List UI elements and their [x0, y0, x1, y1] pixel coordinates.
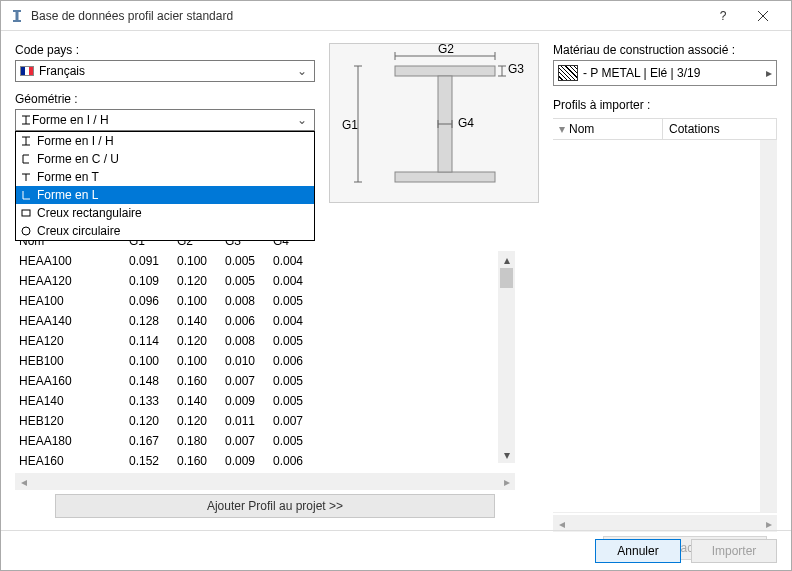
cell-g1: 0.091: [129, 254, 177, 268]
profiles-table: Nom G1 G2 G3 G4 ▴ ▾ HEAA1000.0910.1000.0…: [15, 231, 515, 471]
col-cot-label: Cotations: [669, 122, 720, 136]
cell-nom: HEA100: [19, 294, 129, 308]
cell-g4: 0.005: [273, 294, 321, 308]
i-shape-icon: [20, 114, 32, 126]
geometry-option-label: Forme en L: [37, 188, 98, 202]
cancel-label: Annuler: [617, 544, 658, 558]
cell-nom: HEB120: [19, 414, 129, 428]
cell-g2: 0.160: [177, 374, 225, 388]
add-profile-button[interactable]: Ajouter Profil au projet >>: [55, 494, 495, 518]
import-list: [553, 140, 777, 513]
geometry-option[interactable]: Forme en T: [16, 168, 314, 186]
table-row[interactable]: HEB1200.1200.1200.0110.007: [15, 411, 515, 431]
import-label: Profils à importer :: [553, 98, 777, 112]
rect-shape-icon: [20, 207, 32, 219]
close-button[interactable]: [743, 2, 783, 30]
geometry-option[interactable]: Forme en C / U: [16, 150, 314, 168]
cancel-button[interactable]: Annuler: [595, 539, 681, 563]
profiles-table-area: Nom G1 G2 G3 G4 ▴ ▾ HEAA1000.0910.1000.0…: [15, 231, 535, 518]
table-row[interactable]: HEAA1000.0910.1000.0050.004: [15, 251, 515, 271]
country-combo[interactable]: Français ⌄: [15, 60, 315, 82]
cell-nom: HEA120: [19, 334, 129, 348]
geometry-option-label: Forme en I / H: [37, 134, 114, 148]
chevron-down-icon: ⌄: [294, 64, 310, 78]
table-row[interactable]: HEAA1200.1090.1200.0050.004: [15, 271, 515, 291]
svg-rect-20: [395, 66, 495, 76]
dialog-content: Code pays : Français ⌄ Géométrie : Forme…: [1, 31, 791, 570]
cell-g1: 0.128: [129, 314, 177, 328]
cell-g2: 0.140: [177, 314, 225, 328]
cell-g1: 0.167: [129, 434, 177, 448]
scroll-right-icon: ▸: [498, 473, 515, 490]
cell-g3: 0.005: [225, 254, 273, 268]
scroll-up-icon: ▴: [498, 251, 515, 268]
c-shape-icon: [20, 153, 32, 165]
flag-icon: [20, 66, 34, 76]
svg-rect-18: [22, 210, 30, 216]
help-button[interactable]: ?: [703, 2, 743, 30]
dim-g3: G3: [508, 62, 524, 76]
cell-g2: 0.120: [177, 274, 225, 288]
geometry-option-label: Forme en C / U: [37, 152, 119, 166]
cell-g3: 0.008: [225, 294, 273, 308]
circle-shape-icon: [20, 225, 32, 237]
material-label: Matériau de construction associé :: [553, 43, 777, 57]
cell-g2: 0.100: [177, 294, 225, 308]
cell-g4: 0.006: [273, 454, 321, 468]
app-icon: [9, 8, 25, 24]
cell-nom: HEAA180: [19, 434, 129, 448]
table-row[interactable]: HEA1200.1140.1200.0080.005: [15, 331, 515, 351]
import-button[interactable]: Importer: [691, 539, 777, 563]
cell-g1: 0.109: [129, 274, 177, 288]
dialog-buttons: Annuler Importer: [1, 530, 791, 570]
cell-nom: HEAA140: [19, 314, 129, 328]
col-nom-header[interactable]: ▾Nom: [553, 119, 663, 139]
geometry-option[interactable]: Creux circulaire: [16, 222, 314, 240]
cell-g2: 0.160: [177, 454, 225, 468]
scrollbar-vertical[interactable]: ▴ ▾: [498, 251, 515, 463]
cell-g2: 0.180: [177, 434, 225, 448]
geometry-option[interactable]: Creux rectangulaire: [16, 204, 314, 222]
triangle-right-icon: ▸: [766, 66, 772, 80]
cell-nom: HEAA160: [19, 374, 129, 388]
table-row[interactable]: HEB1000.1000.1000.0100.006: [15, 351, 515, 371]
geometry-value: Forme en I / H: [32, 113, 109, 127]
geometry-combo[interactable]: Forme en I / H ⌄ Forme en I / H Forme en…: [15, 109, 315, 131]
table-scrollbar-h[interactable]: ◂ ▸: [15, 473, 515, 490]
cell-g2: 0.120: [177, 414, 225, 428]
cell-g3: 0.011: [225, 414, 273, 428]
table-row[interactable]: HEAA1600.1480.1600.0070.005: [15, 371, 515, 391]
add-profile-label: Ajouter Profil au projet >>: [207, 499, 343, 513]
geometry-option[interactable]: Forme en I / H: [16, 132, 314, 150]
geometry-option[interactable]: Forme en L: [16, 186, 314, 204]
scrollbar-thumb[interactable]: [500, 268, 513, 288]
geometry-dropdown: Forme en I / H Forme en C / U Forme en T: [15, 131, 315, 241]
cell-g2: 0.100: [177, 354, 225, 368]
geometry-option-label: Forme en T: [37, 170, 99, 184]
cell-g4: 0.006: [273, 354, 321, 368]
table-row[interactable]: HEA1600.1520.1600.0090.006: [15, 451, 515, 471]
col-nom-label: Nom: [569, 122, 594, 136]
table-row[interactable]: HEA1400.1330.1400.0090.005: [15, 391, 515, 411]
profile-diagram: G1 G2 G3 G4: [329, 43, 539, 203]
title-bar: Base de données profil acier standard ?: [1, 1, 791, 31]
table-row[interactable]: HEAA1400.1280.1400.0060.004: [15, 311, 515, 331]
scroll-left-icon: ◂: [15, 473, 32, 490]
cell-g1: 0.148: [129, 374, 177, 388]
dim-g1: G1: [342, 118, 358, 132]
import-list-header: ▾Nom Cotations: [553, 118, 777, 140]
cell-g3: 0.010: [225, 354, 273, 368]
table-row[interactable]: HEAA1800.1670.1800.0070.005: [15, 431, 515, 451]
svg-rect-21: [395, 172, 495, 182]
col-cot-header[interactable]: Cotations: [663, 119, 777, 139]
import-label: Importer: [712, 544, 757, 558]
table-row[interactable]: HEA1000.0960.1000.0080.005: [15, 291, 515, 311]
cell-g4: 0.004: [273, 274, 321, 288]
cell-nom: HEAA100: [19, 254, 129, 268]
scrollbar-vertical[interactable]: [760, 140, 777, 512]
material-value: - P METAL | Elé | 3/19: [583, 66, 700, 80]
cell-g1: 0.152: [129, 454, 177, 468]
geometry-option-label: Creux circulaire: [37, 224, 120, 238]
country-value: Français: [39, 64, 85, 78]
material-selector[interactable]: - P METAL | Elé | 3/19 ▸: [553, 60, 777, 86]
